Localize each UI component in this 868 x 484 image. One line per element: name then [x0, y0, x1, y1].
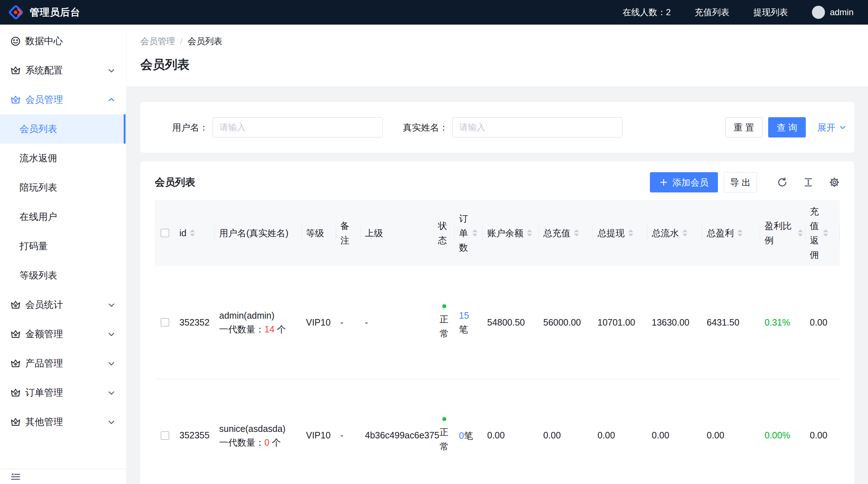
- breadcrumb-parent[interactable]: 会员管理: [140, 35, 175, 47]
- col-total-profit[interactable]: 总盈利: [702, 200, 760, 266]
- cell-remark: -: [336, 379, 361, 484]
- sort-icon[interactable]: [190, 229, 195, 237]
- username-label: 用户名：: [172, 122, 208, 133]
- cell-total-withdraw: 0.00: [593, 379, 647, 484]
- username-input[interactable]: [213, 117, 383, 137]
- chevron-down-icon: [107, 417, 116, 427]
- cell-balance: 0.00: [483, 379, 539, 484]
- collapse-menu-icon[interactable]: [10, 471, 21, 482]
- realname-input[interactable]: [452, 117, 622, 137]
- cell-orders: 0笔: [455, 379, 483, 484]
- col-orders[interactable]: 订单数: [455, 200, 483, 266]
- chevron-down-icon: [107, 359, 116, 368]
- chevron-down-icon: [838, 123, 847, 132]
- sidebar-item-data-center[interactable]: 数据中心: [0, 26, 126, 56]
- cell-recharge-rebate: 0.00: [805, 266, 840, 379]
- chevron-down-icon: [107, 300, 116, 310]
- sidebar-item-system-config[interactable]: 系统配置: [0, 56, 126, 85]
- recharge-list-link[interactable]: 充值列表: [695, 7, 729, 18]
- cell-total-recharge: 56000.00: [539, 266, 593, 379]
- sidebar-item-other-management[interactable]: 其他管理: [0, 407, 126, 437]
- chevron-down-icon: [107, 388, 116, 398]
- filter-card: 用户名： 真实姓名： 重 置 查 询 展开: [140, 102, 854, 153]
- col-status: 状态: [434, 200, 455, 266]
- add-member-button[interactable]: 添加会员: [650, 172, 718, 192]
- cell-total-flow: 0.00: [647, 379, 702, 484]
- sort-icon[interactable]: [798, 229, 803, 237]
- sort-icon[interactable]: [472, 229, 477, 237]
- col-total-flow[interactable]: 总流水: [647, 200, 702, 266]
- select-all-checkbox[interactable]: [161, 229, 169, 237]
- table-title: 会员列表: [155, 175, 195, 189]
- sidebar-subitem-code-volume[interactable]: 打码量: [0, 232, 126, 261]
- sort-icon[interactable]: [574, 229, 579, 237]
- member-list-card: 会员列表 添加会员 导 出: [140, 161, 854, 484]
- crown-icon: [10, 387, 21, 398]
- expand-link[interactable]: 展开: [817, 122, 847, 133]
- crown-icon: [10, 329, 21, 340]
- cell-remark: -: [336, 266, 361, 379]
- online-count: 在线人数：2: [622, 7, 671, 18]
- row-checkbox[interactable]: [161, 318, 169, 327]
- cell-profit-ratio: 0.31%: [760, 266, 805, 379]
- app-logo-icon: [8, 4, 24, 20]
- col-username: 用户名(真实姓名): [215, 200, 302, 266]
- col-remark: 备注: [336, 200, 361, 266]
- cell-id: 352352: [175, 266, 215, 379]
- smile-icon: [10, 36, 21, 47]
- user-menu[interactable]: admin: [812, 6, 854, 19]
- sort-icon[interactable]: [628, 229, 633, 237]
- chevron-down-icon: [107, 330, 116, 339]
- sidebar-item-order-management[interactable]: 订单管理: [0, 378, 126, 407]
- sidebar-item-member-management[interactable]: 会员管理: [0, 85, 126, 114]
- page-head: 会员管理 / 会员列表 会员列表: [127, 25, 868, 86]
- top-header: 管理员后台 在线人数：2 充值列表 提现列表 admin: [0, 0, 868, 25]
- sidebar-subitem-flow-rebate[interactable]: 流水返佣: [0, 144, 126, 173]
- settings-gear-icon[interactable]: [829, 177, 840, 188]
- avatar[interactable]: [812, 6, 825, 19]
- crown-icon: [10, 65, 21, 76]
- col-id[interactable]: id: [175, 200, 215, 266]
- col-balance[interactable]: 账户余额: [483, 200, 539, 266]
- sidebar-item-member-stats[interactable]: 会员统计: [0, 290, 126, 319]
- cell-username: admin(admin) 一代数量：14 个: [215, 266, 302, 379]
- cell-total-profit: 0.00: [702, 379, 760, 484]
- refresh-icon[interactable]: [777, 177, 788, 188]
- member-table: id 用户名(真实姓名) 等级 备注 上级 状态 订单数 账户余额: [155, 200, 840, 484]
- cell-parent: 4b36c499ac6e375: [361, 379, 434, 484]
- sort-icon[interactable]: [682, 229, 688, 237]
- col-total-recharge[interactable]: 总充值: [539, 200, 593, 266]
- col-profit-ratio[interactable]: 盈利比例: [760, 200, 805, 266]
- reset-button[interactable]: 重 置: [726, 117, 762, 137]
- cell-balance: 54800.50: [483, 266, 539, 379]
- sidebar-subitem-level-list[interactable]: 等级列表: [0, 261, 126, 290]
- cell-username: sunice(asdasda) 一代数量：0 个: [215, 379, 302, 484]
- col-total-withdraw[interactable]: 总提现: [593, 200, 647, 266]
- cell-profit-ratio: 0.00%: [760, 379, 805, 484]
- sidebar-subitem-companion-list[interactable]: 陪玩列表: [0, 173, 126, 202]
- orders-count-link[interactable]: 0: [459, 430, 464, 441]
- withdraw-list-link[interactable]: 提现列表: [753, 7, 788, 18]
- sidebar-footer: [0, 469, 126, 484]
- sort-icon[interactable]: [823, 229, 828, 237]
- cell-orders: 15笔: [455, 266, 483, 379]
- sort-icon[interactable]: [737, 229, 743, 237]
- table-header-row: id 用户名(真实姓名) 等级 备注 上级 状态 订单数 账户余额: [155, 200, 840, 266]
- row-checkbox[interactable]: [161, 431, 169, 440]
- sort-icon[interactable]: [527, 229, 532, 237]
- cell-id: 352355: [175, 379, 215, 484]
- col-recharge-rebate[interactable]: 充值返佣: [805, 200, 840, 266]
- plus-icon: [659, 178, 668, 187]
- row-height-icon[interactable]: [803, 177, 814, 188]
- export-button[interactable]: 导 出: [724, 172, 757, 192]
- sidebar-subitem-member-list[interactable]: 会员列表: [0, 114, 126, 144]
- status-dot: [442, 417, 446, 421]
- sidebar: 数据中心 系统配置 会员管理 会员列表 流水返佣 陪玩列表 在线用户: [0, 25, 127, 484]
- orders-count-link[interactable]: 15: [459, 310, 469, 320]
- brand: 管理员后台: [8, 4, 80, 20]
- sidebar-item-amount-management[interactable]: 金额管理: [0, 319, 126, 349]
- sidebar-item-product-management[interactable]: 产品管理: [0, 349, 126, 378]
- query-button[interactable]: 查 询: [768, 117, 806, 137]
- sidebar-subitem-online-users[interactable]: 在线用户: [0, 202, 126, 232]
- col-parent: 上级: [361, 200, 434, 266]
